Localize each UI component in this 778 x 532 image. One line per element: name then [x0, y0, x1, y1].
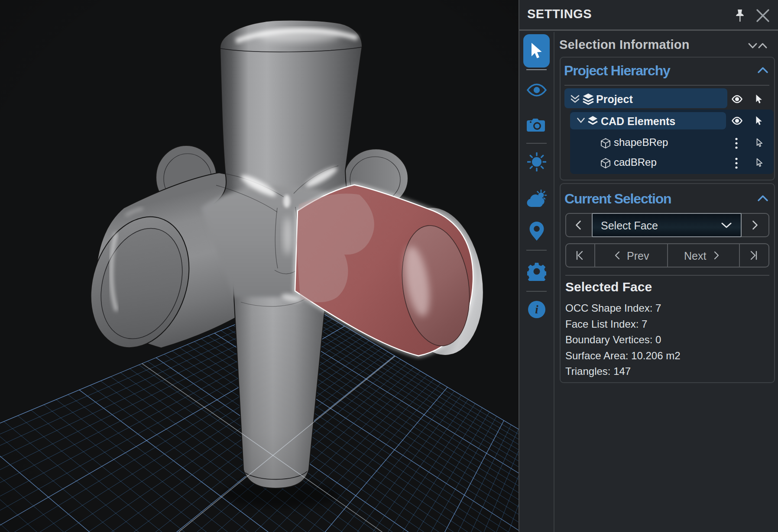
svg-text:i: i: [535, 303, 538, 316]
